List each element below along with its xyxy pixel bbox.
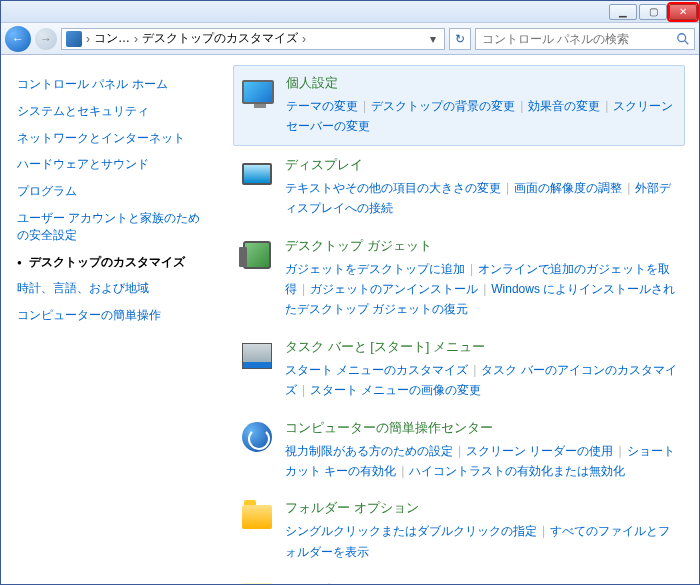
refresh-button[interactable]: ↻ bbox=[449, 28, 471, 50]
separator: | bbox=[470, 262, 473, 276]
separator: | bbox=[401, 464, 404, 478]
category-link[interactable]: シングルクリックまたはダブルクリックの指定 bbox=[285, 524, 537, 538]
category-title[interactable]: フォント bbox=[285, 580, 679, 584]
category-icon bbox=[239, 499, 275, 535]
breadcrumb-sep: › bbox=[134, 32, 138, 46]
category-link[interactable]: ガジェットのアンインストール bbox=[310, 282, 478, 296]
category-link[interactable]: デスクトップの背景の変更 bbox=[371, 99, 515, 113]
separator: | bbox=[302, 282, 305, 296]
category: Aフォントフォントのプレビュー、削除、表示または非表示|フォント設定の変更|Cl… bbox=[233, 572, 685, 584]
toolbar: ← → › コン… › デスクトップのカスタマイズ › ▾ ↻ bbox=[1, 23, 699, 55]
separator: | bbox=[302, 383, 305, 397]
category: コンピューターの簡単操作センター視力制限がある方のための設定|スクリーン リーダ… bbox=[233, 411, 685, 490]
separator: | bbox=[618, 444, 621, 458]
category-icon bbox=[239, 156, 275, 192]
titlebar: ▁ ▢ ✕ bbox=[1, 1, 699, 23]
category-link[interactable]: 効果音の変更 bbox=[528, 99, 600, 113]
nav-forward-button[interactable]: → bbox=[35, 28, 57, 50]
sidebar-item[interactable]: 時計、言語、および地域 bbox=[17, 275, 211, 302]
category-links: テキストやその他の項目の大きさの変更|画面の解像度の調整|外部ディスプレイへの接… bbox=[285, 178, 679, 219]
svg-point-0 bbox=[678, 33, 686, 41]
category-body: ディスプレイテキストやその他の項目の大きさの変更|画面の解像度の調整|外部ディス… bbox=[285, 156, 679, 219]
breadcrumb-current[interactable]: デスクトップのカスタマイズ bbox=[142, 30, 298, 47]
category-body: コンピューターの簡単操作センター視力制限がある方のための設定|スクリーン リーダ… bbox=[285, 419, 679, 482]
category-title[interactable]: 個人設定 bbox=[286, 74, 678, 92]
control-panel-icon bbox=[66, 31, 82, 47]
sidebar-item[interactable]: コンピューターの簡単操作 bbox=[17, 302, 211, 329]
breadcrumb-sep: › bbox=[302, 32, 306, 46]
category-title[interactable]: ディスプレイ bbox=[285, 156, 679, 174]
close-button[interactable]: ✕ bbox=[669, 4, 697, 20]
category-title[interactable]: タスク バーと [スタート] メニュー bbox=[285, 338, 679, 356]
category-body: デスクトップ ガジェットガジェットをデスクトップに追加|オンラインで追加のガジェ… bbox=[285, 237, 679, 320]
category: タスク バーと [スタート] メニュースタート メニューのカスタマイズ|タスク … bbox=[233, 330, 685, 409]
category-icon: A bbox=[239, 580, 275, 584]
category-icon bbox=[239, 419, 275, 455]
maximize-button[interactable]: ▢ bbox=[639, 4, 667, 20]
category-link[interactable]: ハイコントラストの有効化または無効化 bbox=[409, 464, 625, 478]
category-body: 個人設定テーマの変更|デスクトップの背景の変更|効果音の変更|スクリーン セーバ… bbox=[286, 74, 678, 137]
category-title[interactable]: デスクトップ ガジェット bbox=[285, 237, 679, 255]
category-body: フォントフォントのプレビュー、削除、表示または非表示|フォント設定の変更|Cle… bbox=[285, 580, 679, 584]
control-panel-window: ▁ ▢ ✕ ← → › コン… › デスクトップのカスタマイズ › ▾ ↻ コン… bbox=[0, 0, 700, 585]
separator: | bbox=[627, 181, 630, 195]
search-input[interactable] bbox=[480, 31, 676, 47]
address-bar[interactable]: › コン… › デスクトップのカスタマイズ › ▾ bbox=[61, 28, 445, 50]
category-link[interactable]: スクリーン リーダーの使用 bbox=[466, 444, 613, 458]
sidebar-item[interactable]: ユーザー アカウントと家族のための安全設定 bbox=[17, 205, 211, 249]
sidebar-item[interactable]: デスクトップのカスタマイズ bbox=[17, 249, 211, 276]
category-links: ガジェットをデスクトップに追加|オンラインで追加のガジェットを取得|ガジェットの… bbox=[285, 259, 679, 320]
category: ディスプレイテキストやその他の項目の大きさの変更|画面の解像度の調整|外部ディス… bbox=[233, 148, 685, 227]
address-dropdown[interactable]: ▾ bbox=[426, 32, 440, 46]
search-icon bbox=[676, 32, 690, 46]
separator: | bbox=[520, 99, 523, 113]
category-icon bbox=[239, 237, 275, 273]
minimize-button[interactable]: ▁ bbox=[609, 4, 637, 20]
category-link[interactable]: テキストやその他の項目の大きさの変更 bbox=[285, 181, 501, 195]
category-link[interactable]: ガジェットをデスクトップに追加 bbox=[285, 262, 465, 276]
body: コントロール パネル ホームシステムとセキュリティネットワークとインターネットハ… bbox=[1, 55, 699, 584]
svg-line-1 bbox=[685, 40, 689, 44]
separator: | bbox=[605, 99, 608, 113]
category-link[interactable]: 視力制限がある方のための設定 bbox=[285, 444, 453, 458]
category-link[interactable]: スタート メニューの画像の変更 bbox=[310, 383, 481, 397]
nav-back-button[interactable]: ← bbox=[5, 26, 31, 52]
category-links: テーマの変更|デスクトップの背景の変更|効果音の変更|スクリーン セーバーの変更 bbox=[286, 96, 678, 137]
category: デスクトップ ガジェットガジェットをデスクトップに追加|オンラインで追加のガジェ… bbox=[233, 229, 685, 328]
separator: | bbox=[458, 444, 461, 458]
category-link[interactable]: スタート メニューのカスタマイズ bbox=[285, 363, 468, 377]
breadcrumb-root[interactable]: コン… bbox=[94, 30, 130, 47]
category-links: シングルクリックまたはダブルクリックの指定|すべてのファイルとフォルダーを表示 bbox=[285, 521, 679, 562]
category-title[interactable]: フォルダー オプション bbox=[285, 499, 679, 517]
sidebar-item[interactable]: コントロール パネル ホーム bbox=[17, 71, 211, 98]
separator: | bbox=[542, 524, 545, 538]
category: フォルダー オプションシングルクリックまたはダブルクリックの指定|すべてのファイ… bbox=[233, 491, 685, 570]
category-body: フォルダー オプションシングルクリックまたはダブルクリックの指定|すべてのファイ… bbox=[285, 499, 679, 562]
search-box[interactable] bbox=[475, 28, 695, 50]
sidebar-item[interactable]: システムとセキュリティ bbox=[17, 98, 211, 125]
separator: | bbox=[473, 363, 476, 377]
category-title[interactable]: コンピューターの簡単操作センター bbox=[285, 419, 679, 437]
separator: | bbox=[363, 99, 366, 113]
category-icon bbox=[240, 74, 276, 110]
category-icon bbox=[239, 338, 275, 374]
category-body: タスク バーと [スタート] メニュースタート メニューのカスタマイズ|タスク … bbox=[285, 338, 679, 401]
separator: | bbox=[483, 282, 486, 296]
category: 個人設定テーマの変更|デスクトップの背景の変更|効果音の変更|スクリーン セーバ… bbox=[233, 65, 685, 146]
content: 個人設定テーマの変更|デスクトップの背景の変更|効果音の変更|スクリーン セーバ… bbox=[219, 55, 699, 584]
sidebar: コントロール パネル ホームシステムとセキュリティネットワークとインターネットハ… bbox=[1, 55, 219, 584]
sidebar-item[interactable]: ハードウェアとサウンド bbox=[17, 151, 211, 178]
category-link[interactable]: テーマの変更 bbox=[286, 99, 358, 113]
category-links: スタート メニューのカスタマイズ|タスク バーのアイコンのカスタマイズ|スタート… bbox=[285, 360, 679, 401]
category-link[interactable]: 画面の解像度の調整 bbox=[514, 181, 622, 195]
category-links: 視力制限がある方のための設定|スクリーン リーダーの使用|ショートカット キーの… bbox=[285, 441, 679, 482]
sidebar-item[interactable]: プログラム bbox=[17, 178, 211, 205]
sidebar-item[interactable]: ネットワークとインターネット bbox=[17, 125, 211, 152]
separator: | bbox=[506, 181, 509, 195]
breadcrumb-sep: › bbox=[86, 32, 90, 46]
